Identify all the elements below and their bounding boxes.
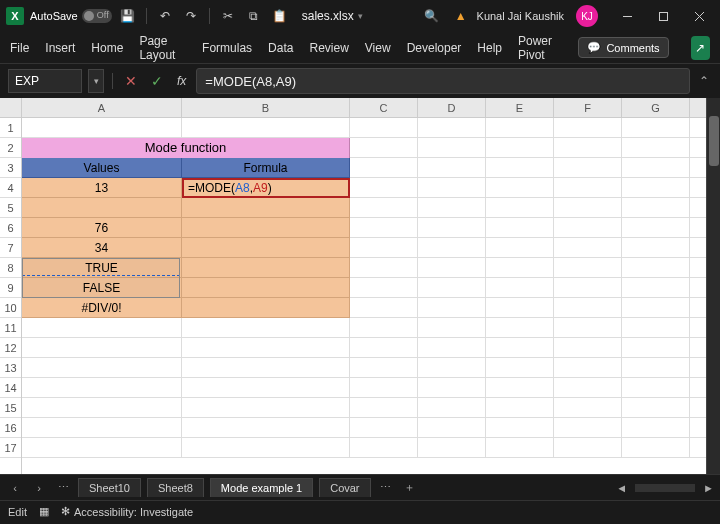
cell[interactable] [486, 118, 554, 138]
sheet-nav-more[interactable]: ⋯ [54, 479, 72, 497]
cell[interactable] [486, 318, 554, 338]
cell[interactable] [182, 198, 350, 218]
cell-a4[interactable]: 13 [22, 178, 182, 198]
row-header[interactable]: 12 [0, 338, 21, 358]
cell[interactable] [622, 418, 690, 438]
cell[interactable] [554, 118, 622, 138]
maximize-button[interactable] [648, 2, 678, 30]
cell[interactable] [418, 318, 486, 338]
row-header[interactable]: 5 [0, 198, 21, 218]
sheet-tab[interactable]: Sheet10 [78, 478, 141, 497]
cell[interactable] [486, 238, 554, 258]
cell[interactable] [622, 278, 690, 298]
row-header[interactable]: 16 [0, 418, 21, 438]
hscroll-right-icon[interactable]: ► [703, 482, 714, 494]
cell[interactable] [22, 358, 182, 378]
cell[interactable] [622, 118, 690, 138]
cell[interactable] [22, 118, 182, 138]
row-header[interactable]: 13 [0, 358, 21, 378]
tab-insert[interactable]: Insert [45, 41, 75, 55]
cell-a8[interactable]: TRUE [22, 258, 182, 278]
cell[interactable] [182, 398, 350, 418]
paste-icon[interactable]: 📋 [270, 6, 290, 26]
cell[interactable] [418, 158, 486, 178]
cell[interactable] [350, 278, 418, 298]
cancel-icon[interactable]: ✕ [121, 73, 141, 89]
tab-power-pivot[interactable]: Power Pivot [518, 34, 562, 62]
cell[interactable] [350, 258, 418, 278]
cell[interactable] [350, 198, 418, 218]
cell[interactable] [486, 198, 554, 218]
row-header[interactable]: 7 [0, 238, 21, 258]
sheet-tab[interactable]: Covar [319, 478, 370, 497]
search-icon[interactable]: 🔍 [424, 9, 439, 23]
cell[interactable] [486, 278, 554, 298]
cell[interactable] [418, 378, 486, 398]
row-header[interactable]: 1 [0, 118, 21, 138]
cell[interactable] [22, 418, 182, 438]
cell[interactable] [182, 278, 350, 298]
cell-a6[interactable]: 76 [22, 218, 182, 238]
cell[interactable] [486, 338, 554, 358]
sheet-tab-active[interactable]: Mode example 1 [210, 478, 313, 497]
cell[interactable] [622, 378, 690, 398]
cell[interactable] [350, 418, 418, 438]
cell[interactable] [486, 218, 554, 238]
cell[interactable] [418, 138, 486, 158]
cell[interactable] [350, 138, 418, 158]
row-header[interactable]: 6 [0, 218, 21, 238]
cell[interactable] [182, 338, 350, 358]
close-button[interactable] [684, 2, 714, 30]
cell[interactable] [350, 118, 418, 138]
accessibility-status[interactable]: ✻ Accessibility: Investigate [61, 505, 193, 518]
expand-formula-icon[interactable]: ⌃ [696, 74, 712, 88]
cell[interactable] [418, 278, 486, 298]
cell[interactable] [418, 258, 486, 278]
cell[interactable] [554, 278, 622, 298]
undo-icon[interactable]: ↶ [155, 6, 175, 26]
cell[interactable] [554, 218, 622, 238]
cell[interactable] [418, 198, 486, 218]
cell[interactable] [22, 338, 182, 358]
comments-button[interactable]: 💬 Comments [578, 37, 668, 58]
cell[interactable] [554, 378, 622, 398]
cell[interactable] [554, 398, 622, 418]
col-header[interactable]: A [22, 98, 182, 117]
row-header[interactable]: 3 [0, 158, 21, 178]
row-header[interactable]: 9 [0, 278, 21, 298]
new-sheet-button[interactable]: ＋ [401, 479, 419, 497]
cell[interactable] [554, 358, 622, 378]
cell[interactable] [486, 398, 554, 418]
fx-icon[interactable]: fx [173, 74, 190, 88]
cell[interactable] [350, 438, 418, 458]
tab-formulas[interactable]: Formulas [202, 41, 252, 55]
sheet-nav-more-right[interactable]: ⋯ [377, 479, 395, 497]
cell[interactable] [182, 118, 350, 138]
header-formula[interactable]: Formula [182, 158, 350, 178]
cell[interactable] [418, 118, 486, 138]
title-cell[interactable]: Mode function [22, 138, 350, 158]
cell-b4-editing[interactable]: =MODE(A8,A9) [182, 178, 350, 198]
cell[interactable] [622, 198, 690, 218]
cell[interactable] [554, 258, 622, 278]
row-header[interactable]: 17 [0, 438, 21, 458]
cell[interactable] [554, 418, 622, 438]
sheet-tab[interactable]: Sheet8 [147, 478, 204, 497]
header-values[interactable]: Values [22, 158, 182, 178]
row-header[interactable]: 15 [0, 398, 21, 418]
horizontal-scrollbar[interactable] [635, 484, 695, 492]
minimize-button[interactable] [612, 2, 642, 30]
cell[interactable] [22, 438, 182, 458]
cell[interactable] [418, 298, 486, 318]
cell[interactable] [350, 158, 418, 178]
cell[interactable] [350, 338, 418, 358]
cell[interactable] [622, 258, 690, 278]
cell[interactable] [350, 218, 418, 238]
cell[interactable] [486, 258, 554, 278]
cell[interactable] [622, 318, 690, 338]
col-header[interactable]: E [486, 98, 554, 117]
cell[interactable] [182, 238, 350, 258]
cell[interactable] [622, 138, 690, 158]
cell[interactable] [350, 358, 418, 378]
cell[interactable] [418, 398, 486, 418]
